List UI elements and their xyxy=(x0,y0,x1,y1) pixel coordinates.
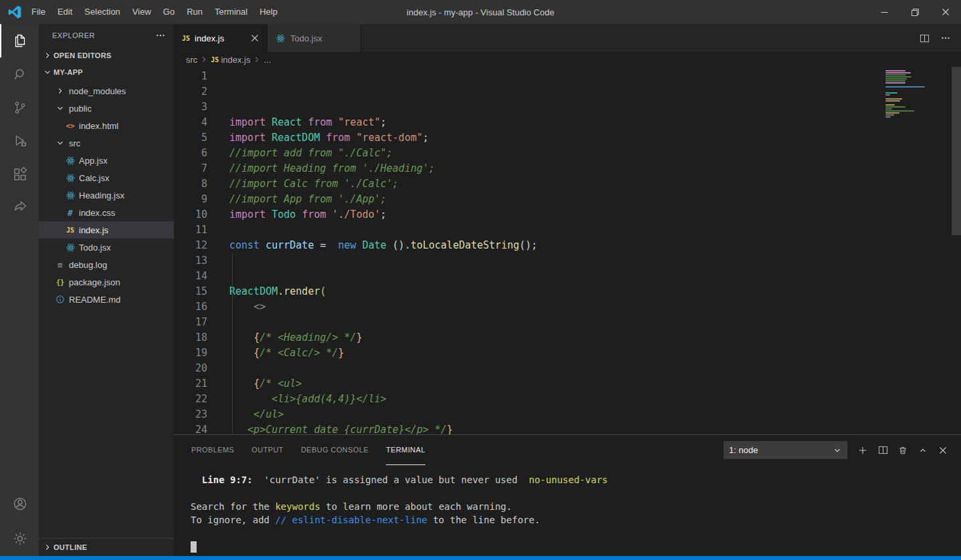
new-terminal-button[interactable] xyxy=(853,440,873,460)
workspace-section[interactable]: MY-APP xyxy=(39,63,174,80)
line-number[interactable]: 3 xyxy=(174,100,207,115)
code-line[interactable] xyxy=(229,315,961,330)
menu-file[interactable]: File xyxy=(25,0,51,24)
tree-item-index.css[interactable]: #index.css xyxy=(39,204,174,221)
line-number[interactable]: 5 xyxy=(174,130,207,146)
tree-item-App.jsx[interactable]: App.jsx xyxy=(39,152,174,169)
scrollbar-thumb[interactable] xyxy=(952,67,961,235)
line-number[interactable]: 15 xyxy=(174,284,207,299)
tree-item-Heading.jsx[interactable]: Heading.jsx xyxy=(39,186,174,204)
more-actions-button[interactable] xyxy=(936,28,956,48)
code-line[interactable]: {/* <ul> xyxy=(229,376,961,392)
panel-tab-debug-console[interactable]: DEBUG CONSOLE xyxy=(301,435,368,465)
tree-item-package.json[interactable]: {}package.json xyxy=(39,273,174,291)
code-line[interactable]: </ul> xyxy=(229,407,961,422)
code-line[interactable]: ReactDOM.render( xyxy=(229,284,961,299)
code-line[interactable]: //import App from './App'; xyxy=(229,192,961,207)
activity-search[interactable] xyxy=(0,57,39,91)
code-line[interactable]: import Todo from './Todo'; xyxy=(229,207,961,223)
menu-terminal[interactable]: Terminal xyxy=(209,0,253,24)
code-line[interactable]: //import Calc from './Calc'; xyxy=(229,176,961,192)
line-number[interactable]: 14 xyxy=(174,269,207,284)
terminal-shell-select[interactable]: 1: node xyxy=(724,441,847,459)
line-number[interactable]: 17 xyxy=(174,315,207,330)
code-line[interactable] xyxy=(229,269,961,284)
line-number[interactable]: 16 xyxy=(174,299,207,315)
code-line[interactable]: {/* <Calc/> */} xyxy=(229,345,961,361)
code-line[interactable]: //import Heading from './Heading'; xyxy=(229,161,961,176)
editor-scrollbar[interactable] xyxy=(952,67,961,434)
close-tab-button[interactable] xyxy=(251,34,259,42)
code-line[interactable]: const currDate = new Date ().toLocaleDat… xyxy=(229,238,961,253)
code-line[interactable]: import React from "react"; xyxy=(229,115,961,130)
menu-go[interactable]: Go xyxy=(157,0,181,24)
line-number[interactable]: 6 xyxy=(174,146,207,161)
tree-item-Calc.jsx[interactable]: Calc.jsx xyxy=(39,169,174,186)
open-editors-section[interactable]: OPEN EDITORS xyxy=(39,47,174,63)
close-button[interactable] xyxy=(930,0,961,24)
minimize-button[interactable] xyxy=(869,0,899,24)
panel-tab-output[interactable]: OUTPUT xyxy=(251,435,284,465)
menu-run[interactable]: Run xyxy=(181,0,209,24)
line-number[interactable]: 10 xyxy=(174,207,207,223)
more-actions-icon[interactable] xyxy=(155,30,166,41)
line-number[interactable]: 2 xyxy=(174,84,207,100)
tree-item-index.js[interactable]: JSindex.js xyxy=(39,221,174,239)
line-number[interactable]: 11 xyxy=(174,223,207,238)
activity-accounts[interactable] xyxy=(0,486,39,521)
activity-source-control[interactable] xyxy=(0,91,39,124)
restore-button[interactable] xyxy=(899,0,930,24)
activity-settings[interactable] xyxy=(0,521,39,556)
line-number[interactable]: 19 xyxy=(174,345,207,361)
code-line[interactable]: <p>Current date {currDate}</p> */} xyxy=(229,422,961,434)
code-line[interactable]: <li>{add(4,4)}</li> xyxy=(229,392,961,407)
maximize-panel-button[interactable] xyxy=(913,440,933,460)
outline-section[interactable]: OUTLINE xyxy=(39,538,174,556)
close-panel-button[interactable] xyxy=(933,440,953,460)
activity-live-share[interactable] xyxy=(0,191,39,225)
breadcrumb-item[interactable]: index.js xyxy=(221,55,250,65)
code-line[interactable]: import ReactDOM from "react-dom"; xyxy=(229,130,961,146)
tree-item-debug.log[interactable]: ≡debug.log xyxy=(39,256,174,273)
tree-item-node_modules[interactable]: node_modules xyxy=(39,82,174,100)
line-number[interactable]: 22 xyxy=(174,392,207,407)
tree-item-index.html[interactable]: <>index.html xyxy=(39,117,174,134)
breadcrumb-item[interactable]: src xyxy=(186,55,197,65)
panel-tab-problems[interactable]: PROBLEMS xyxy=(191,435,234,465)
line-number[interactable]: 23 xyxy=(174,407,207,422)
code-line[interactable]: //import add from "./Calc"; xyxy=(229,146,961,161)
code-line[interactable] xyxy=(229,253,961,269)
line-number[interactable]: 20 xyxy=(174,361,207,376)
code-editor[interactable]: 123456789101112131415161718192021222324 … xyxy=(174,67,961,434)
breadcrumb-item[interactable]: ... xyxy=(263,55,271,65)
line-number[interactable]: 7 xyxy=(174,161,207,176)
split-editor-button[interactable] xyxy=(914,28,934,48)
line-number[interactable]: 4 xyxy=(174,115,207,130)
activity-explorer[interactable] xyxy=(0,24,39,57)
code-line[interactable]: <> xyxy=(229,299,961,315)
tree-item-Todo.jsx[interactable]: Todo.jsx xyxy=(39,239,174,256)
menu-view[interactable]: View xyxy=(126,0,157,24)
menu-edit[interactable]: Edit xyxy=(51,0,78,24)
line-number[interactable]: 9 xyxy=(174,192,207,207)
tab-Todo.jsx[interactable]: Todo.jsx xyxy=(268,24,361,52)
terminal[interactable]: Line 9:7: 'currDate' is assigned a value… xyxy=(174,465,961,556)
line-number[interactable]: 24 xyxy=(174,422,207,434)
panel-tab-terminal[interactable]: TERMINAL xyxy=(386,435,425,465)
split-terminal-button[interactable] xyxy=(873,440,893,460)
tree-item-public[interactable]: public xyxy=(39,100,174,117)
tree-item-README.md[interactable]: README.md xyxy=(39,291,174,308)
menu-selection[interactable]: Selection xyxy=(78,0,126,24)
minimap[interactable] xyxy=(885,70,949,118)
line-number[interactable]: 13 xyxy=(174,253,207,269)
activity-extensions[interactable] xyxy=(0,158,39,191)
activity-run-and-debug[interactable] xyxy=(0,124,39,158)
tab-index.js[interactable]: JSindex.js xyxy=(174,24,268,52)
code-line[interactable]: {/* <Heading/> */} xyxy=(229,330,961,345)
tree-item-src[interactable]: src xyxy=(39,134,174,152)
kill-terminal-button[interactable] xyxy=(893,440,913,460)
line-number[interactable]: 1 xyxy=(174,69,207,84)
line-number[interactable]: 12 xyxy=(174,238,207,253)
line-number[interactable]: 18 xyxy=(174,330,207,345)
code-line[interactable] xyxy=(229,223,961,238)
